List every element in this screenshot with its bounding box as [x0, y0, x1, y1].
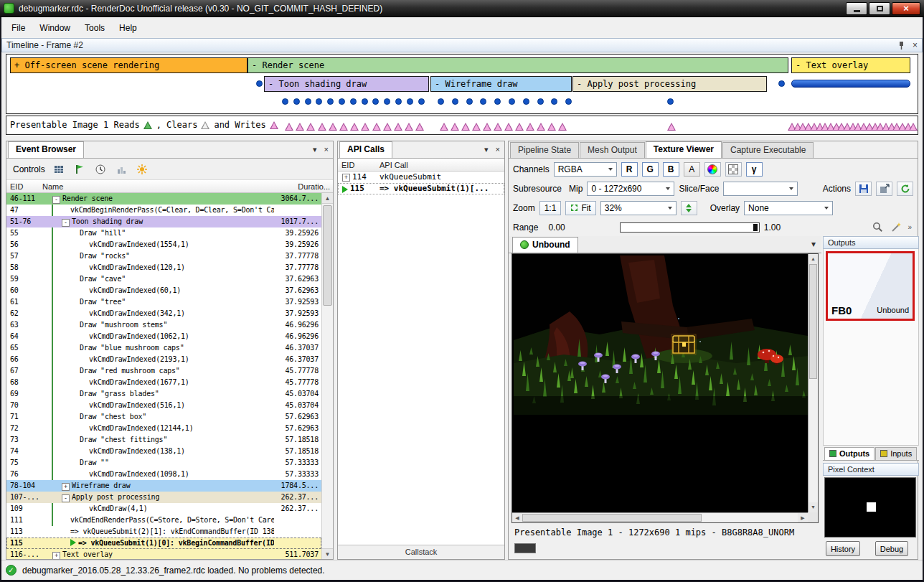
event-dot[interactable] — [293, 98, 300, 105]
event-row[interactable]: 62vkCmdDrawIndexed(342,1)37.92593 — [6, 308, 321, 319]
event-dot[interactable] — [466, 98, 473, 105]
scroll-down-icon[interactable]: ▼ — [808, 502, 818, 512]
scrollbar-thumb[interactable] — [522, 514, 702, 522]
tab-api-calls[interactable]: API Calls — [339, 141, 392, 158]
write-marker[interactable] — [494, 123, 503, 131]
write-marker[interactable] — [383, 123, 392, 131]
time-draws-icon[interactable] — [93, 162, 108, 177]
event-row[interactable]: 61Draw "tree"37.92593 — [6, 296, 321, 308]
open-external-button[interactable] — [876, 182, 892, 196]
write-marker[interactable] — [318, 123, 327, 131]
event-row[interactable]: 74vkCmdDrawIndexed(138,1)57.18518 — [6, 446, 321, 457]
save-button[interactable] — [855, 182, 872, 196]
event-dot[interactable] — [327, 98, 334, 105]
event-row[interactable]: 68vkCmdDrawIndexed(1677,1)45.77778 — [6, 377, 321, 388]
event-row[interactable]: 60vkCmdDrawIndexed(60,1)37.62963 — [6, 285, 321, 296]
expander-icon[interactable]: - — [62, 494, 70, 502]
maximize-button[interactable] — [869, 2, 890, 15]
event-dot[interactable] — [494, 98, 501, 105]
chevron-down-icon[interactable]: ▾ — [484, 145, 489, 154]
event-dot[interactable] — [339, 98, 345, 105]
write-marker[interactable] — [526, 123, 535, 131]
api-call-row[interactable]: +114vkQueueSubmit — [338, 172, 504, 183]
tab-pipeline-state[interactable]: Pipeline State — [510, 142, 579, 158]
event-row[interactable]: 67Draw "red mushroom caps"45.77778 — [6, 365, 321, 377]
event-dot[interactable] — [667, 98, 674, 105]
event-row[interactable]: 66vkCmdDrawIndexed(2193,1)46.37037 — [6, 354, 321, 365]
expander-icon[interactable]: + — [342, 174, 350, 182]
event-row[interactable]: 78-104+Wireframe draw1784.5... — [6, 480, 321, 492]
tab-inputs[interactable]: Inputs — [875, 447, 917, 460]
write-marker[interactable] — [667, 123, 676, 131]
mip-select[interactable]: 0 - 1272x690 — [587, 182, 674, 196]
column-eid[interactable]: EID — [338, 161, 380, 169]
write-marker[interactable] — [405, 123, 414, 131]
event-dot[interactable] — [282, 98, 288, 105]
timeline-canvas[interactable]: + Off-screen scene rendering- Render sce… — [6, 54, 918, 114]
write-marker[interactable] — [472, 123, 481, 131]
callstack-section[interactable]: Callstack — [338, 545, 504, 559]
scrollbar-thumb[interactable] — [809, 264, 817, 379]
pin-icon[interactable] — [897, 41, 905, 50]
scroll-right-icon[interactable]: ▶ — [798, 513, 808, 522]
scroll-down-icon[interactable]: ▼ — [322, 548, 333, 559]
expander-icon[interactable]: + — [62, 483, 70, 491]
channels-select[interactable]: RGBA — [554, 162, 617, 177]
event-dot[interactable] — [256, 80, 263, 87]
event-row[interactable]: 51-76-Toon shading draw1017.7... — [6, 216, 321, 227]
event-row[interactable]: 63Draw "mushroom stems"46.96296 — [6, 319, 321, 331]
alpha-channel-button[interactable]: A — [684, 162, 700, 177]
refresh-button[interactable] — [897, 182, 913, 196]
event-row[interactable]: 70vkCmdDrawIndexed(516,1)45.03704 — [6, 400, 321, 411]
event-row[interactable]: 69Draw "grass blades"45.03704 — [6, 388, 321, 400]
event-row[interactable]: 111vkCmdEndRenderPass(C=Store, D=Store, … — [6, 515, 321, 526]
event-dot[interactable] — [372, 98, 379, 105]
write-marker[interactable] — [547, 123, 557, 131]
event-row[interactable]: 56vkCmdDrawIndexed(1554,1)39.25926 — [6, 239, 321, 250]
range-handle[interactable] — [753, 224, 758, 231]
event-dot[interactable] — [778, 80, 785, 87]
event-dot[interactable] — [565, 98, 572, 105]
gamma-button[interactable]: γ — [746, 162, 763, 177]
event-dot[interactable] — [452, 98, 458, 105]
horizontal-scrollbar[interactable]: ◀ ▶ — [512, 512, 808, 522]
menu-item-window[interactable]: Window — [32, 19, 77, 37]
write-marker[interactable] — [339, 123, 349, 131]
settings-sun-icon[interactable] — [135, 162, 149, 177]
tab-mesh-output[interactable]: Mesh Output — [580, 142, 645, 158]
pixel-context-view[interactable] — [824, 477, 916, 538]
event-dot[interactable] — [438, 98, 444, 105]
write-marker[interactable] — [285, 123, 294, 131]
write-marker[interactable] — [372, 123, 382, 131]
api-call-row[interactable]: 115=> vkQueueSubmit(1)[... — [338, 183, 504, 194]
write-marker[interactable] — [361, 123, 370, 131]
menu-item-tools[interactable]: Tools — [77, 19, 112, 37]
menu-item-file[interactable]: File — [4, 19, 32, 37]
expander-icon[interactable]: + — [52, 552, 60, 559]
event-dot[interactable] — [551, 98, 557, 105]
event-dot[interactable] — [395, 98, 402, 105]
column-api-call[interactable]: API Call — [380, 161, 504, 169]
event-dot[interactable] — [384, 98, 390, 105]
event-row[interactable]: 72vkCmdDrawIndexed(12144,1)57.62963 — [6, 423, 321, 434]
event-row[interactable]: 59Draw "cave"37.62963 — [6, 273, 321, 285]
column-duration[interactable]: Duratio... — [286, 182, 333, 191]
event-row[interactable]: 76vkCmdDrawIndexed(1098,1)57.33333 — [6, 469, 321, 480]
history-button[interactable]: History — [826, 541, 860, 556]
toolbar-overflow-icon[interactable]: » — [908, 223, 912, 231]
range-slider[interactable] — [620, 222, 760, 233]
write-marker[interactable] — [909, 123, 918, 131]
tab-outputs[interactable]: Outputs — [824, 447, 874, 460]
write-marker[interactable] — [350, 123, 359, 131]
expander-icon[interactable]: - — [62, 219, 70, 227]
red-channel-button[interactable]: R — [621, 162, 638, 177]
timeline-marker-bar[interactable]: - Render scene — [248, 57, 788, 73]
event-row[interactable]: 116-...+Text overlay511.7037 — [6, 549, 321, 559]
event-dot[interactable] — [362, 98, 368, 105]
blue-channel-button[interactable]: B — [663, 162, 679, 177]
write-marker[interactable] — [558, 123, 567, 131]
timeline-marker-bar[interactable]: - Toon shading draw — [264, 76, 429, 92]
write-marker[interactable] — [440, 123, 449, 131]
event-row[interactable]: 71Draw "chest box"57.62963 — [6, 411, 321, 423]
menu-item-help[interactable]: Help — [112, 19, 144, 37]
